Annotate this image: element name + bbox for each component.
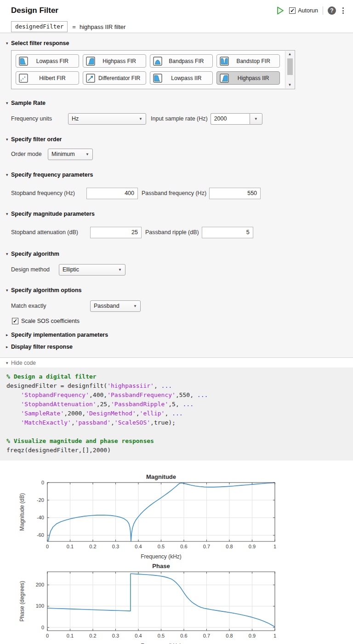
highpass-response-icon (220, 74, 229, 83)
equals-sign: = (72, 23, 76, 30)
figure-output: 00.10.20.30.40.50.60.70.80.910-20-40-60M… (0, 460, 353, 644)
autorun-label: Autorun (298, 7, 318, 14)
section-display-filter-response[interactable]: Display filter response (0, 343, 353, 350)
passband-frequency-input[interactable] (209, 188, 261, 199)
chevron-down-icon: ▼ (133, 304, 137, 308)
expand-arrow-icon (6, 345, 11, 349)
svg-text:Magnitude: Magnitude (146, 473, 176, 480)
filter-button-label: Hilbert FIR (29, 75, 76, 81)
stopband-frequency-input[interactable] (86, 188, 138, 199)
filter-button-differentiator-fir[interactable]: Differentiator FIR (83, 71, 146, 85)
code-line: 'SampleRate',2000,'DesignMethod','ellip'… (6, 409, 353, 418)
order-mode-dropdown[interactable]: Minimum ▼ (48, 149, 93, 160)
highpass-response-icon (86, 57, 95, 66)
hide-code-toggle[interactable]: Hide code (0, 357, 353, 368)
code-line: % Visualize magnitude and phase response… (6, 437, 353, 446)
filter-button-label: Lowpass FIR (29, 58, 76, 64)
scroll-up-icon[interactable]: ▲ (288, 51, 292, 58)
filter-button-label: Highpass IIR (230, 75, 277, 81)
filter-button-highpass-iir[interactable]: Highpass IIR (216, 71, 280, 85)
chevron-down-icon: ▼ (254, 117, 258, 121)
svg-text:0.5: 0.5 (158, 544, 165, 549)
sample-rate-combobox: ▼ (211, 113, 262, 125)
lowpass-response-icon (19, 57, 28, 66)
magnitude-plot: 00.10.20.30.40.50.60.70.80.910-20-40-60M… (17, 472, 353, 561)
svg-text:0.9: 0.9 (249, 544, 256, 549)
svg-text:-60: -60 (37, 532, 44, 538)
filter-button-label: Highpass FIR (96, 58, 143, 64)
run-button[interactable] (275, 6, 285, 15)
expand-arrow-icon (6, 333, 11, 337)
overflow-menu-icon[interactable] (341, 6, 346, 15)
svg-text:0.5: 0.5 (158, 633, 165, 638)
stopband-attenuation-input[interactable] (90, 227, 142, 238)
section-algorithm-options[interactable]: Specify algorithm options (0, 287, 353, 293)
svg-text:0.1: 0.1 (67, 544, 74, 549)
svg-text:100: 100 (36, 603, 44, 609)
filter-button-lowpass-fir[interactable]: Lowpass FIR (16, 54, 79, 68)
svg-text:0.1: 0.1 (67, 633, 74, 638)
phase-plot: 00.10.20.30.40.50.60.70.80.910100200Phas… (17, 562, 353, 644)
section-filter-order[interactable]: Specify filter order (0, 136, 353, 143)
help-icon[interactable]: ? (328, 6, 336, 15)
code-line: freqz(designedFilter,[],2000) (6, 446, 353, 455)
code-line (6, 427, 353, 437)
bandpass-response-icon (153, 57, 162, 66)
svg-text:0.6: 0.6 (180, 544, 187, 549)
output-variable-field[interactable]: designedFilter (11, 21, 68, 32)
collapse-arrow-icon (6, 137, 11, 142)
svg-text:1: 1 (273, 633, 276, 638)
svg-text:0.8: 0.8 (226, 544, 233, 549)
filter-button-bandstop-fir[interactable]: Bandstop FIR (216, 54, 280, 68)
chevron-down-icon: ▼ (139, 117, 142, 121)
svg-text:0.3: 0.3 (112, 544, 119, 549)
collapse-arrow-icon (6, 252, 11, 256)
scale-sos-label: Scale SOS coefficients (21, 318, 80, 324)
stopband-frequency-label: Stopband frequency (Hz) (11, 190, 86, 196)
passband-frequency-label: Passband frequency (Hz) (142, 190, 206, 196)
scrollbar-thumb[interactable] (287, 58, 293, 75)
section-algorithm[interactable]: Specify algorithm (0, 250, 353, 257)
bandstop-response-icon (220, 57, 229, 66)
svg-text:0.6: 0.6 (180, 633, 187, 638)
filter-button-hilbert-fir[interactable]: Hilbert FIR (16, 71, 79, 85)
filter-response-grid: Lowpass FIRHighpass FIRBandpass FIRBands… (11, 51, 295, 88)
scroll-down-icon[interactable]: ▼ (288, 82, 292, 88)
svg-text:0: 0 (41, 480, 44, 485)
gallery-scrollbar[interactable]: ▲ ▼ (285, 51, 294, 88)
svg-text:Phase: Phase (152, 563, 170, 569)
scale-sos-checkbox[interactable]: ✓ (12, 318, 18, 324)
svg-text:0.2: 0.2 (89, 633, 96, 638)
svg-text:0.7: 0.7 (203, 544, 210, 549)
section-implementation-parameters[interactable]: Specify implementation parameters (0, 331, 353, 338)
match-exactly-dropdown[interactable]: Passband ▼ (90, 300, 141, 312)
svg-text:0.3: 0.3 (112, 633, 119, 638)
collapse-arrow-icon (6, 172, 11, 177)
lowpass-response-icon (153, 74, 162, 83)
autorun-checkbox[interactable]: ✓ (289, 7, 296, 14)
svg-text:Magnitude (dB): Magnitude (dB) (19, 493, 25, 531)
section-frequency-parameters[interactable]: Specify frequency parameters (0, 171, 353, 178)
frequency-units-dropdown[interactable]: Hz ▼ (68, 113, 146, 125)
sample-rate-dropdown-button[interactable]: ▼ (250, 113, 262, 125)
code-line: % Design a digital filter (6, 372, 353, 381)
section-select-filter-response[interactable]: Select filter response (0, 40, 353, 46)
frequency-units-label: Frequency units (11, 115, 68, 122)
passband-ripple-input[interactable] (202, 227, 253, 238)
collapse-arrow-icon (6, 288, 11, 293)
svg-text:-20: -20 (37, 497, 44, 503)
filter-button-bandpass-fir[interactable]: Bandpass FIR (150, 54, 213, 68)
chevron-down-icon: ▼ (85, 152, 89, 156)
design-method-dropdown[interactable]: Elliptic ▼ (59, 264, 125, 276)
svg-text:0: 0 (41, 625, 44, 630)
section-sample-rate[interactable]: Sample Rate (0, 99, 353, 106)
code-line: 'MatchExactly','passband','ScaleSOS',tru… (6, 418, 353, 427)
collapse-arrow-icon (6, 212, 11, 216)
sample-rate-input[interactable] (211, 113, 250, 125)
task-panel: Select filter response Lowpass FIRHighpa… (0, 33, 353, 357)
filter-button-lowpass-iir[interactable]: Lowpass IIR (150, 71, 213, 85)
section-magnitude-parameters[interactable]: Specify magnitude parameters (0, 210, 353, 217)
page-title: Design Filter (11, 6, 58, 15)
filter-button-highpass-fir[interactable]: Highpass FIR (83, 54, 146, 68)
code-line: 'StopbandFrequency',400,'PassbandFrequen… (6, 391, 353, 400)
